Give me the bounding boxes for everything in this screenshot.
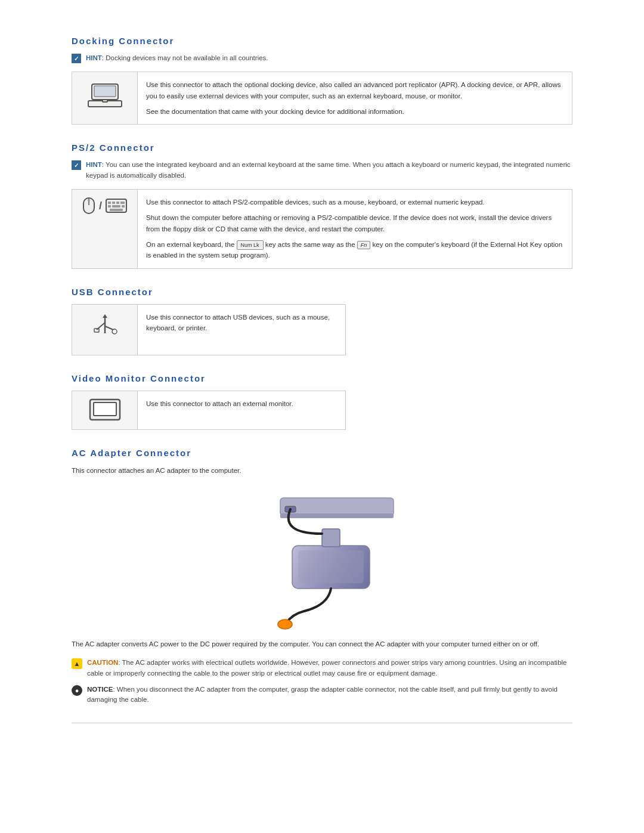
docking-description-cell: Use this connector to attach the optiona… [138,72,572,125]
svg-rect-3 [94,86,116,97]
ps2-desc-2: Shut down the computer before attaching … [146,212,564,234]
ac-adapter-intro: This connector attaches an AC adapter to… [72,465,572,476]
ps2-connector-title: PS/2 Connector [72,143,572,153]
svg-rect-12 [108,205,111,208]
svg-point-30 [278,620,292,629]
ac-adapter-desc: The AC adapter converts AC power to the … [72,639,572,649]
notice-text: NOTICE: When you disconnect the AC adapt… [87,685,572,705]
docking-hint-box: ✓ HINT: HINT: Docking devices may not be… [72,53,572,63]
docking-connector-table: Use this connector to attach the optiona… [72,72,572,125]
svg-point-21 [112,329,117,334]
usb-icon-cell [72,304,138,355]
vga-icon [80,398,129,422]
svg-rect-24 [280,498,394,516]
ps2-hint-box: ✓ HINT: You can use the integrated keybo… [72,160,572,181]
usb-icon [80,312,129,348]
video-monitor-title: Video Monitor Connector [72,373,572,383]
docking-desc-2: See the documentation that came with you… [146,106,564,117]
svg-rect-25 [280,513,394,518]
usb-description-cell: Use this connector to attach USB devices… [138,304,346,355]
ps2-icon: / [80,197,129,215]
vga-desc-1: Use this connector to attach an external… [146,398,337,409]
ac-adapter-section: AC Adapter Connector This connector atta… [72,448,572,705]
docking-connector-title: Docking Connector [72,36,572,46]
hint-icon-docking: ✓ [72,54,81,63]
docking-icon-cell [72,72,138,125]
svg-rect-11 [120,202,125,204]
svg-rect-15 [110,209,123,211]
usb-desc-1: Use this connector to attach USB devices… [146,312,337,334]
docking-icon [80,79,129,113]
usb-connector-title: USB Connector [72,287,572,297]
ps2-connector-section: PS/2 Connector ✓ HINT: You can use the i… [72,143,572,268]
svg-rect-28 [298,550,364,583]
docking-hint-text: HINT: HINT: Docking devices may not be a… [86,53,268,63]
docking-connector-section: Docking Connector ✓ HINT: HINT: Docking … [72,36,572,125]
svg-rect-8 [108,202,111,204]
ps2-description-cell: Use this connector to attach PS/2-compat… [138,189,572,268]
fn-key: Fn [357,241,371,249]
vga-icon-cell [72,391,138,430]
ps2-desc-3: On an external keyboard, the Num Lk key … [146,239,564,261]
svg-line-20 [105,326,113,330]
hint-icon-ps2: ✓ [72,160,81,170]
svg-rect-9 [112,202,115,204]
svg-marker-17 [103,314,107,318]
svg-rect-23 [94,402,116,416]
ps2-desc-1: Use this connector to attach PS/2-compat… [146,197,564,208]
docking-desc-1: Use this connector to attach the optiona… [146,79,564,101]
svg-rect-10 [116,202,119,204]
notice-icon: ● [72,685,82,696]
usb-connector-section: USB Connector [72,287,572,356]
ac-adapter-image [244,486,400,629]
svg-rect-29 [322,529,340,547]
ps2-icon-cell: / [72,189,138,268]
ac-adapter-title: AC Adapter Connector [72,448,572,458]
caution-box: ▲ CAUTION: The AC adapter works with ele… [72,658,572,679]
ps2-hint-text: HINT: You can use the integrated keyboar… [86,160,572,181]
notice-box: ● NOTICE: When you disconnect the AC ada… [72,685,572,705]
vga-description-cell: Use this connector to attach an external… [138,391,346,430]
usb-connector-table: Use this connector to attach USB devices… [72,304,346,356]
caution-text: CAUTION: The AC adapter works with elect… [87,658,572,679]
svg-rect-13 [112,205,120,208]
caution-icon: ▲ [72,658,82,669]
video-monitor-section: Video Monitor Connector Use this connect… [72,373,572,430]
num-lk-key: Num Lk [237,240,264,250]
svg-point-6 [88,199,90,202]
ps2-connector-table: / Use this connecto [72,189,572,269]
video-connector-table: Use this connector to attach an external… [72,391,346,430]
bottom-divider [72,723,572,723]
svg-rect-14 [122,205,125,208]
